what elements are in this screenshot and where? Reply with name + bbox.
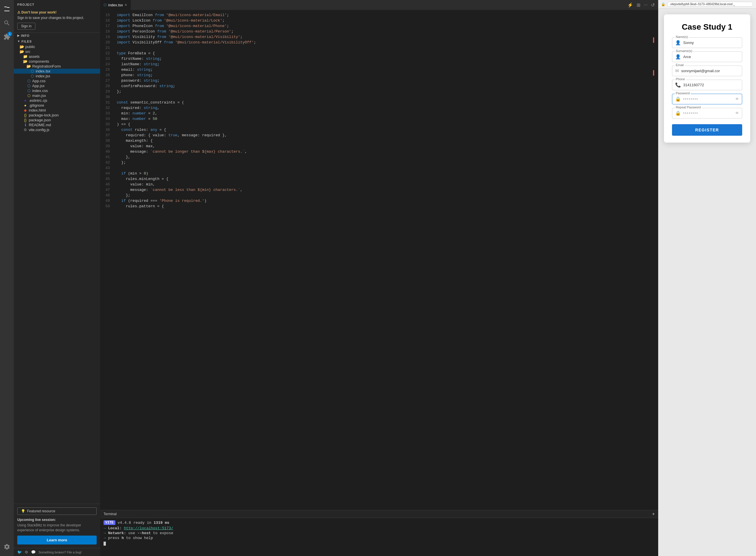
- main-content: ⬡ index.tsx × ⚡ ⊞ ··· ↺ 1516171819202122…: [100, 0, 658, 556]
- html-icon: ◆: [23, 108, 28, 112]
- arrow-icon-2: →: [104, 531, 106, 535]
- repeat-password-label: Repeat Password: [675, 105, 702, 109]
- warning-title: ⚠ Don't lose your work!: [17, 10, 97, 14]
- scrollbar[interactable]: [654, 10, 658, 510]
- terminal-panel: Terminal + VITE v4.4.6 ready in 1319 ms …: [100, 510, 658, 556]
- visibility-off-icon[interactable]: 👁: [735, 97, 739, 101]
- code-content[interactable]: import EmailIcon from '@mui/icons-materi…: [112, 10, 654, 510]
- featured-resource-button[interactable]: 💡 Featured resource: [17, 508, 97, 515]
- lock-icon: 🔒: [661, 2, 665, 6]
- file-item[interactable]: ⚙ vite.config.js: [14, 127, 100, 132]
- lock-icon-3: 🔒: [675, 110, 681, 116]
- url-bar[interactable]: vitejsvite8yphif-3kod--5173--6854296d.lo…: [667, 2, 753, 7]
- folder-open-icon: 📂: [23, 59, 28, 64]
- file-item[interactable]: ● .eslintrc.cjs: [14, 98, 100, 103]
- card-title: Case Study 1: [672, 23, 742, 32]
- refresh-icon[interactable]: ↺: [650, 2, 656, 8]
- name-label: Name(s): [675, 35, 689, 38]
- file-name: assets: [29, 54, 100, 59]
- file-name: package-lock.json: [29, 113, 100, 117]
- phone-group: Phone 📞 3141160772: [672, 80, 742, 90]
- lightbulb-icon: 💡: [21, 509, 25, 513]
- file-name: index.css: [32, 89, 100, 93]
- js-icon: ⬡: [27, 94, 31, 98]
- file-name: App.css: [32, 79, 100, 83]
- file-item[interactable]: 📂 components: [14, 59, 100, 64]
- browser-bar: 🔒 vitejsvite8yphif-3kod--5173--6854296d.…: [658, 0, 756, 9]
- lock-icon-2: 🔒: [675, 96, 681, 102]
- repeat-password-value: ••••••••: [683, 111, 733, 115]
- file-item[interactable]: 📂 public: [14, 44, 100, 49]
- password-value: ••••••••: [683, 97, 733, 101]
- phone-input[interactable]: 📞 3141160772: [672, 80, 742, 90]
- surname-input[interactable]: 👤 Arce: [672, 51, 742, 62]
- file-name: package.json: [29, 118, 100, 122]
- file-item[interactable]: ⬡ index.tsx: [14, 69, 100, 74]
- password-label: Password: [675, 92, 690, 95]
- registration-card: Case Study 1 Name(s) 👤 Sonny Surname(s) …: [664, 14, 750, 143]
- password-input[interactable]: 🔒 •••••••• 👁: [672, 94, 742, 104]
- file-item[interactable]: ⬡ main.jsx: [14, 93, 100, 98]
- local-line: → Local: http://localhost:5173/: [104, 526, 655, 530]
- email-input[interactable]: ✉ sonnymijael@gmail.cor: [672, 66, 742, 76]
- extensions-icon[interactable]: 1: [0, 30, 14, 44]
- file-item[interactable]: ⬡ App.jsx: [14, 83, 100, 88]
- chevron-right-icon: ▶: [17, 34, 20, 37]
- bug-text: Something broken? File a bug!: [38, 551, 82, 554]
- file-item[interactable]: ◆ index.html: [14, 108, 100, 113]
- info-section[interactable]: ▶ INFO: [14, 33, 100, 38]
- file-item[interactable]: 📂 RegistrationForm: [14, 64, 100, 69]
- learn-more-button[interactable]: Learn more: [17, 535, 97, 545]
- file-item[interactable]: {} package-lock.json: [14, 113, 100, 117]
- file-name: components: [29, 59, 100, 64]
- file-item[interactable]: 📁 assets: [14, 54, 100, 59]
- file-name: index.html: [29, 108, 100, 112]
- split-editor-icon[interactable]: ⚡: [626, 2, 634, 8]
- file-item[interactable]: ⬡ index.jsx: [14, 74, 100, 78]
- tsx-file-icon: ⬡: [104, 3, 106, 7]
- github-icon[interactable]: ⚙: [25, 550, 28, 554]
- upcoming-title: Upcoming live session:: [17, 518, 97, 522]
- terminal-body[interactable]: VITE v4.4.6 ready in 1319 ms → Local: ht…: [100, 518, 658, 556]
- email-icon: ✉: [675, 68, 679, 74]
- phone-label: Phone: [675, 77, 686, 81]
- file-name: .eslintrc.cjs: [29, 98, 100, 103]
- settings-icon[interactable]: [0, 540, 14, 554]
- files-section[interactable]: ▼ FILES: [14, 38, 100, 44]
- discord-icon[interactable]: 💬: [31, 550, 36, 554]
- more-icon[interactable]: ···: [643, 2, 649, 8]
- add-terminal-button[interactable]: +: [652, 512, 655, 517]
- active-tab[interactable]: ⬡ index.tsx ×: [100, 0, 131, 10]
- file-item[interactable]: {} package.json: [14, 117, 100, 123]
- sidebar-bottom: 💡 Featured resource Upcoming live sessio…: [14, 504, 100, 548]
- file-item[interactable]: ⬡ App.css: [14, 78, 100, 83]
- css-icon: ⬡: [27, 89, 31, 93]
- activity-bar: 1: [0, 0, 14, 556]
- repeat-password-input[interactable]: 🔒 •••••••• 👁: [672, 108, 742, 118]
- email-value: sonnymijael@gmail.cor: [681, 69, 739, 73]
- name-input[interactable]: 👤 Sonny: [672, 37, 742, 48]
- file-name: vite.config.js: [29, 128, 100, 132]
- file-item[interactable]: ● .gitignore: [14, 103, 100, 108]
- local-url[interactable]: http://localhost:5173/: [124, 526, 173, 530]
- layout-icon[interactable]: ⊞: [635, 2, 642, 8]
- register-button[interactable]: REGISTER: [672, 124, 742, 136]
- file-item[interactable]: ℹ README.md: [14, 123, 100, 127]
- twitter-icon[interactable]: 🐦: [17, 550, 22, 554]
- arrow-icon: →: [104, 526, 106, 530]
- network-line: → Network: use --host to expose: [104, 531, 655, 535]
- vite-version: v4.4.6: [118, 521, 131, 525]
- file-name: main.jsx: [32, 94, 100, 98]
- eslint-icon: ●: [23, 98, 28, 103]
- file-item[interactable]: ⬡ index.css: [14, 88, 100, 93]
- sign-in-button[interactable]: Sign in: [17, 23, 35, 30]
- search-icon[interactable]: [0, 16, 14, 30]
- name-value: Sonny: [683, 40, 739, 45]
- phone-value: 3141160772: [683, 83, 739, 87]
- tab-close-button[interactable]: ×: [125, 3, 127, 7]
- visibility-off-icon-2[interactable]: 👁: [735, 111, 739, 115]
- files-icon[interactable]: [0, 2, 14, 16]
- file-item[interactable]: 📂 src: [14, 49, 100, 54]
- person-icon-2: 👤: [675, 54, 681, 60]
- warning-box: ⚠ Don't lose your work! Sign in to save …: [14, 8, 100, 33]
